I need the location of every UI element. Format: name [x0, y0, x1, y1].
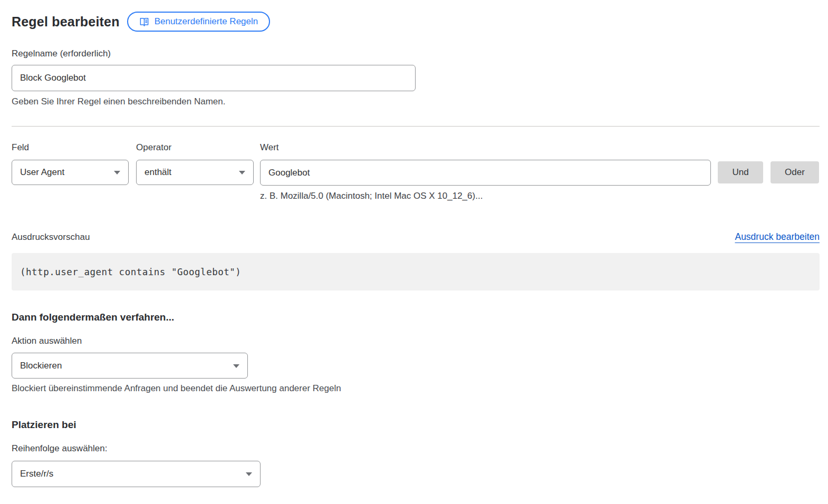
rule-name-help: Geben Sie Ihrer Regel einen beschreibend… [12, 96, 820, 107]
logic-buttons: Und Oder [718, 161, 819, 183]
field-column: Feld User Agent [12, 142, 129, 185]
chevron-down-icon [233, 364, 239, 368]
value-label: Wert [260, 142, 711, 153]
field-select[interactable]: User Agent [12, 160, 129, 185]
or-button[interactable]: Oder [771, 161, 819, 183]
docs-button-label: Benutzerdefinierte Regeln [155, 16, 258, 27]
expression-code: (http.user_agent contains "Googlebot") [20, 267, 241, 277]
action-heading: Dann folgendermaßen verfahren... [12, 312, 820, 323]
action-help: Blockiert übereinstimmende Anfragen und … [12, 383, 820, 394]
expression-preview-label: Ausdrucksvorschau [12, 232, 90, 243]
value-example-text: z. B. Mozilla/5.0 (Macintosh; Intel Mac … [260, 191, 711, 201]
page-header: Regel bearbeiten Benutzerdefinierte Rege… [12, 12, 820, 32]
expression-preview-box: (http.user_agent contains "Googlebot") [12, 253, 820, 290]
value-input[interactable] [260, 160, 711, 186]
chevron-down-icon [239, 171, 245, 175]
chevron-down-icon [246, 472, 252, 476]
action-label: Aktion auswählen [12, 336, 820, 346]
action-select-value: Blockieren [20, 361, 62, 371]
custom-rules-docs-button[interactable]: Benutzerdefinierte Regeln [127, 12, 271, 32]
expression-preview-header: Ausdrucksvorschau Ausdruck bearbeiten [12, 231, 820, 243]
value-column: Wert z. B. Mozilla/5.0 (Macintosh; Intel… [260, 142, 711, 201]
action-section: Dann folgendermaßen verfahren... Aktion … [12, 312, 820, 394]
and-button[interactable]: Und [718, 161, 763, 183]
rule-name-section: Regelname (erforderlich) Geben Sie Ihrer… [12, 49, 820, 107]
placement-select-value: Erste/r/s [20, 469, 53, 479]
chevron-down-icon [114, 171, 120, 175]
condition-row: Feld User Agent Operator enthält Wert z.… [12, 142, 820, 201]
section-divider [12, 126, 820, 127]
placement-label: Reihenfolge auswählen: [12, 443, 820, 454]
edit-expression-link[interactable]: Ausdruck bearbeiten [735, 231, 820, 243]
placement-section: Platzieren bei Reihenfolge auswählen: Er… [12, 419, 820, 487]
rule-name-input[interactable] [12, 65, 416, 91]
open-book-icon [139, 17, 149, 27]
placement-heading: Platzieren bei [12, 419, 820, 431]
action-select[interactable]: Blockieren [12, 353, 248, 379]
operator-column: Operator enthält [136, 142, 254, 185]
page-title: Regel bearbeiten [12, 14, 120, 30]
field-select-value: User Agent [20, 167, 64, 178]
operator-select-value: enthält [145, 167, 171, 178]
operator-label: Operator [136, 142, 254, 153]
placement-order-select[interactable]: Erste/r/s [12, 461, 261, 487]
field-label: Feld [12, 142, 129, 153]
operator-select[interactable]: enthält [136, 160, 254, 185]
rule-name-label: Regelname (erforderlich) [12, 49, 820, 59]
edit-rule-page: Regel bearbeiten Benutzerdefinierte Rege… [0, 0, 828, 487]
